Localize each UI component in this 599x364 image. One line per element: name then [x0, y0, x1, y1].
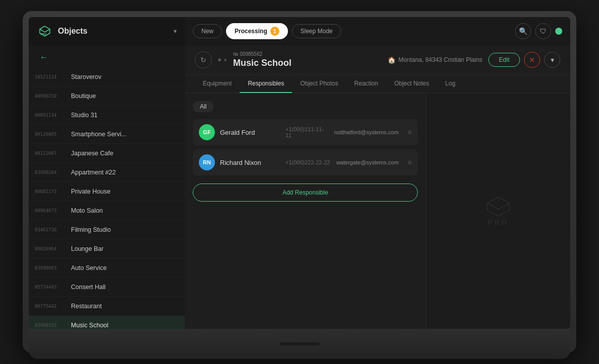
responsible-phone: +1(000)111-11-11	[285, 126, 329, 138]
list-item[interactable]: 86020964 Lounge Bar	[29, 239, 185, 258]
item-id: 03998153	[35, 323, 71, 328]
item-name: Moto Salon	[71, 207, 179, 214]
list-item[interactable]: 06775442 Restaurant	[29, 297, 185, 316]
processing-label: Processing	[235, 28, 267, 35]
processing-tab-button[interactable]: Processing 1	[226, 23, 288, 39]
status-indicator	[555, 28, 562, 35]
item-id: 08112007	[35, 151, 71, 156]
dropdown-icon[interactable]: ▾	[174, 28, 177, 35]
item-id: 16521114	[35, 74, 71, 79]
list-item[interactable]: 03998153 Music School	[29, 316, 185, 329]
shield-icon: 🛡	[540, 27, 547, 35]
object-number: № 00985562	[233, 51, 382, 57]
object-location: 🏠 Montana, 84343 Cristian Plains	[388, 56, 483, 64]
item-id: 40960250	[35, 94, 71, 99]
avatar: GF	[199, 124, 215, 140]
tab-object-photos[interactable]: Object Photos	[292, 75, 346, 93]
responsible-name: Richard Nixon	[220, 159, 280, 166]
sleep-mode-button[interactable]: Sleep Mode	[292, 24, 341, 38]
item-id: 09120865	[35, 132, 71, 137]
object-title-section: № 00985562 Music School	[233, 51, 382, 68]
back-arrow-icon: ←	[40, 53, 48, 62]
processing-badge: 1	[270, 27, 279, 36]
all-filter-button[interactable]: All	[193, 101, 213, 112]
item-id: 06775442	[35, 304, 71, 309]
list-item[interactable]: 03998063 Auto Service	[29, 258, 185, 278]
item-name: Private House	[71, 188, 179, 195]
logo: PRO	[37, 23, 53, 39]
edit-button[interactable]: Edit	[488, 53, 520, 67]
item-name: Appartment #22	[71, 169, 179, 176]
content-area: All GF Gerald Ford +1(000)111-11-11 nott…	[185, 93, 570, 329]
item-name: Boutique	[71, 93, 179, 100]
watermark: PRO	[483, 196, 513, 226]
item-name: Lounge Bar	[71, 245, 179, 252]
item-name: Japanese Cafe	[71, 150, 179, 157]
tab-object-notes[interactable]: Object Notes	[386, 75, 437, 93]
chevron-down-button[interactable]: ▾	[544, 52, 560, 68]
item-id: 08964073	[35, 208, 71, 213]
menu-icon[interactable]: ≡	[408, 128, 412, 136]
item-id: 00881173	[35, 189, 71, 194]
shield-button[interactable]: 🛡	[535, 23, 551, 39]
list-item[interactable]: 08964073 Moto Salon	[29, 201, 185, 220]
item-name: Consert Hall	[71, 284, 179, 291]
responsible-email: notthatford@systems.com	[334, 129, 399, 135]
item-name: Smartphone Servi...	[71, 131, 179, 138]
refresh-button[interactable]: ↻	[195, 51, 212, 68]
responsible-name: Gerald Ford	[220, 129, 280, 136]
item-name: Restaurant	[71, 303, 179, 310]
back-button[interactable]: ←	[37, 50, 51, 64]
item-id: 86020964	[35, 246, 71, 251]
refresh-icon: ↻	[200, 56, 206, 64]
list-item[interactable]: 03461736 Filming Studio	[29, 220, 185, 239]
item-name: Staroverov	[71, 73, 179, 80]
object-header: ↻ ▾ № 00985562 Music School 🏠 Montana, 8…	[185, 45, 570, 75]
all-label: All	[200, 103, 206, 110]
right-panel: PRO	[426, 93, 570, 329]
delete-icon: ✕	[529, 56, 535, 64]
list-item[interactable]: 03980264 Appartment #22	[29, 163, 185, 182]
item-id: 00891134	[35, 113, 71, 118]
responsible-email: watergate@systems.com	[336, 159, 399, 165]
header-actions: Edit ✕ ▾	[488, 52, 560, 68]
menu-icon[interactable]: ≡	[408, 158, 412, 166]
watermark-text: PRO	[488, 218, 509, 226]
item-id: 03461736	[35, 227, 71, 232]
new-tab-button[interactable]: New	[193, 24, 222, 38]
item-id: 03998063	[35, 265, 71, 270]
responsibles-list: GF Gerald Ford +1(000)111-11-11 notthatf…	[193, 119, 418, 175]
content-tabs: EquipmentResponsiblesObject PhotosReacti…	[185, 75, 570, 93]
tab-responsibles[interactable]: Responsibles	[240, 75, 292, 93]
list-item[interactable]: 00891134 Studio 31	[29, 106, 185, 125]
responsible-item: RN Richard Nixon +1(000)222-22-22 waterg…	[193, 149, 418, 175]
item-name: Studio 31	[71, 112, 179, 119]
main-content: New Processing 1 Sleep Mode 🔍 🛡	[185, 17, 570, 329]
delete-button[interactable]: ✕	[524, 52, 540, 68]
list-item[interactable]: 40960250 Boutique	[29, 86, 185, 106]
tab-log[interactable]: Log	[437, 75, 464, 93]
responsible-phone: +1(000)222-22-22	[285, 159, 331, 165]
location-text: Montana, 84343 Cristian Plains	[399, 56, 483, 63]
sidebar-header: PRO Objects ▾	[29, 17, 185, 45]
app-title: Objects	[58, 27, 169, 36]
add-responsible-button[interactable]: Add Responsible	[193, 184, 418, 202]
list-item[interactable]: 08112007 Japanese Cafe	[29, 144, 185, 163]
tab-reaction[interactable]: Reaction	[346, 75, 386, 93]
list-item[interactable]: 05774443 Consert Hall	[29, 278, 185, 297]
item-name: Filming Studio	[71, 226, 179, 233]
item-id: 03980264	[35, 170, 71, 175]
item-name: Auto Service	[71, 264, 179, 271]
item-name: Music School	[71, 322, 179, 329]
responsible-item: GF Gerald Ford +1(000)111-11-11 notthatf…	[193, 119, 418, 145]
responsibles-panel: All GF Gerald Ford +1(000)111-11-11 nott…	[185, 93, 426, 329]
item-id: 05774443	[35, 285, 71, 290]
search-button[interactable]: 🔍	[515, 23, 531, 39]
list-item[interactable]: 00881173 Private House	[29, 182, 185, 201]
list-item[interactable]: 09120865 Smartphone Servi...	[29, 125, 185, 144]
chevron-down-icon: ▾	[551, 56, 554, 64]
list-item[interactable]: 16521114 Staroverov	[29, 67, 185, 86]
avatar: RN	[199, 154, 215, 170]
sidebar: PRO Objects ▾ ← 16521114 Staroverov 4096…	[29, 17, 185, 329]
tab-equipment[interactable]: Equipment	[195, 75, 240, 93]
